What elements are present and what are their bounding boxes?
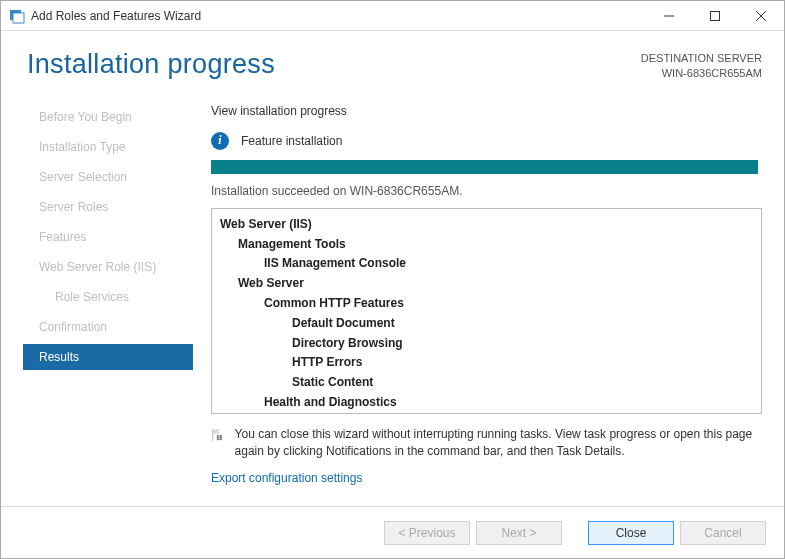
feature-mgmt-console: IIS Management Console: [220, 254, 757, 274]
feature-httplog: HTTP Logging: [220, 413, 757, 414]
feature-tree[interactable]: Web Server (IIS) Management Tools IIS Ma…: [211, 208, 762, 414]
minimize-button[interactable]: [646, 1, 692, 30]
export-config-link[interactable]: Export configuration settings: [211, 471, 762, 485]
sidebar-item-confirmation: Confirmation: [23, 314, 193, 340]
destination-label: DESTINATION SERVER: [641, 51, 762, 66]
status-text: Feature installation: [241, 134, 342, 148]
main-panel: View installation progress i Feature ins…: [193, 92, 762, 506]
sidebar-item-before-you-begin: Before You Begin: [23, 104, 193, 130]
feature-defdoc: Default Document: [220, 314, 757, 334]
cancel-button: Cancel: [680, 521, 766, 545]
sidebar-item-installation-type: Installation Type: [23, 134, 193, 160]
wizard-body: Before You Begin Installation Type Serve…: [1, 92, 784, 506]
svg-text:1: 1: [218, 435, 221, 440]
feature-health: Health and Diagnostics: [220, 393, 757, 413]
info-note: 1 You can close this wizard without inte…: [211, 426, 762, 461]
page-header: Installation progress DESTINATION SERVER…: [1, 31, 784, 92]
feature-common: Common HTTP Features: [220, 294, 757, 314]
status-row: i Feature installation: [211, 132, 762, 150]
feature-dirbrowse: Directory Browsing: [220, 334, 757, 354]
app-icon: [9, 8, 25, 24]
svg-rect-1: [13, 13, 24, 23]
feature-mgmt: Management Tools: [220, 235, 757, 255]
feature-httperr: HTTP Errors: [220, 353, 757, 373]
info-icon: i: [211, 132, 229, 150]
step-sidebar: Before You Begin Installation Type Serve…: [23, 92, 193, 506]
svg-rect-3: [711, 11, 720, 20]
sidebar-item-features: Features: [23, 224, 193, 250]
wizard-window: Add Roles and Features Wizard Installati…: [0, 0, 785, 559]
window-title: Add Roles and Features Wizard: [31, 9, 646, 23]
close-window-button[interactable]: [738, 1, 784, 30]
window-buttons: [646, 1, 784, 30]
sidebar-item-results[interactable]: Results: [23, 344, 193, 370]
titlebar: Add Roles and Features Wizard: [1, 1, 784, 31]
sidebar-item-server-roles: Server Roles: [23, 194, 193, 220]
next-button: Next >: [476, 521, 562, 545]
destination-server-block: DESTINATION SERVER WIN-6836CR655AM: [641, 49, 762, 82]
flag-icon: 1: [211, 428, 223, 452]
result-line: Installation succeeded on WIN-6836CR655A…: [211, 184, 762, 198]
sidebar-item-server-selection: Server Selection: [23, 164, 193, 190]
close-button[interactable]: Close: [588, 521, 674, 545]
feature-static: Static Content: [220, 373, 757, 393]
section-subheader: View installation progress: [211, 104, 762, 118]
note-text: You can close this wizard without interr…: [235, 426, 762, 461]
maximize-button[interactable]: [692, 1, 738, 30]
footer: < Previous Next > Close Cancel: [1, 506, 784, 558]
sidebar-item-role-services: Role Services: [23, 284, 193, 310]
page-title: Installation progress: [27, 49, 275, 80]
progress-bar: [211, 160, 758, 174]
destination-value: WIN-6836CR655AM: [641, 66, 762, 81]
previous-button: < Previous: [384, 521, 470, 545]
sidebar-item-web-server-role: Web Server Role (IIS): [23, 254, 193, 280]
feature-web: Web Server: [220, 274, 757, 294]
feature-root: Web Server (IIS): [220, 215, 757, 235]
